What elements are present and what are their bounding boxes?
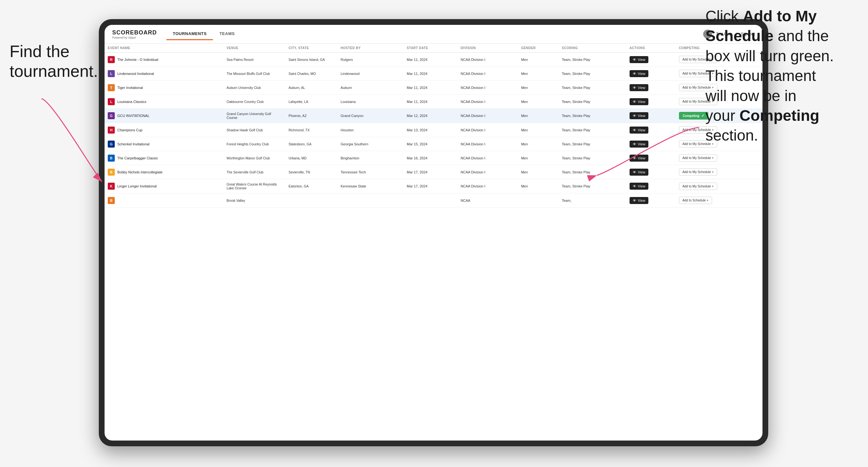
eye-icon: 👁 [633, 114, 636, 118]
hosted-cell: Lindenwood [337, 67, 404, 81]
city-cell: Lafayette, LA [285, 95, 337, 109]
add-to-schedule-button[interactable]: Add to My Schedule + [679, 168, 717, 176]
add-schedule-label: Add to Schedule + [682, 198, 709, 202]
event-name-text: Bobby Nichols Intercollegiate [117, 170, 162, 174]
tournaments-table-container: EVENT NAME VENUE CITY, STATE HOSTED BY S… [104, 44, 763, 440]
view-button[interactable]: 👁 View [629, 70, 649, 77]
team-logo: B [108, 155, 115, 162]
hosted-cell [337, 193, 404, 208]
city-cell: Eatonton, GA [285, 179, 337, 193]
action-cell: 👁 View [626, 109, 676, 123]
venue-cell: Worthington Manor Golf Club [223, 151, 285, 165]
col-gender: GENDER [518, 44, 559, 53]
team-logo: L [108, 70, 115, 77]
action-cell: 👁 View [626, 95, 676, 109]
view-button[interactable]: 👁 View [629, 168, 649, 176]
team-logo: G [108, 141, 115, 148]
action-cell: 👁 View [626, 193, 676, 208]
col-event-name: EVENT NAME [104, 44, 223, 53]
scoring-cell: Team, Stroke Play [559, 109, 626, 123]
table-row: G GCU INVITATIONAL Grand Canyon Universi… [104, 109, 763, 123]
event-name-cell: B [108, 197, 220, 204]
date-cell [404, 193, 458, 208]
action-cell: 👁 View [626, 165, 676, 179]
add-to-schedule-button[interactable]: Add to My Schedule + [679, 154, 717, 162]
add-schedule-label: Add to My Schedule + [682, 185, 714, 188]
tab-teams[interactable]: TEAMS [213, 28, 241, 40]
view-button[interactable]: 👁 View [629, 98, 649, 105]
scoring-cell: Team, [559, 193, 626, 208]
eye-icon: 👁 [633, 86, 636, 90]
event-name-cell: B Bobby Nichols Intercollegiate [108, 168, 220, 176]
venue-cell: Sea Palms Resort [223, 53, 285, 67]
event-name-text: The Carpetbagger Classic [117, 156, 158, 160]
scoring-cell: Team, Stroke Play [559, 179, 626, 193]
venue-cell: Great Waters Course At Reynolds Lake Oco… [223, 179, 285, 193]
competing-button[interactable]: Competing ✓ [679, 112, 708, 120]
eye-icon: 👁 [633, 198, 636, 203]
venue-cell: Auburn University Club [223, 81, 285, 95]
table-row: L Lindenwood Invitational The Missouri B… [104, 67, 763, 81]
competing-cell: Add to My Schedule + [676, 179, 763, 193]
division-cell: NCAA Division I [458, 123, 518, 137]
scoring-cell: Team, Stroke Play [559, 123, 626, 137]
date-cell: Mar 13, 2024 [404, 123, 458, 137]
event-name-text: Louisiana Classics [117, 100, 146, 103]
city-cell: Urbana, MD [285, 151, 337, 165]
city-cell: Richmond, TX [285, 123, 337, 137]
right-annotation: Click Add to MySchedule and thebox will … [706, 6, 859, 146]
view-button[interactable]: 👁 View [629, 84, 649, 91]
hosted-cell: Rutgers [337, 53, 404, 67]
scoring-cell: Team, Stroke Play [559, 81, 626, 95]
scoring-cell: Team, Stroke Play [559, 165, 626, 179]
event-name-cell: B The Carpetbagger Classic [108, 155, 220, 162]
check-icon: ✓ [701, 114, 705, 118]
view-button[interactable]: 👁 View [629, 155, 649, 162]
venue-cell: Oakbourne Country Club [223, 95, 285, 109]
table-row: R The Johnnie - O Individual Sea Palms R… [104, 53, 763, 67]
team-logo: B [108, 197, 115, 204]
view-button[interactable]: 👁 View [629, 183, 649, 190]
tab-tournaments[interactable]: TOURNAMENTS [166, 28, 213, 40]
gender-cell: Men [518, 53, 559, 67]
event-name-cell: R The Johnnie - O Individual [108, 56, 220, 63]
add-to-schedule-button[interactable]: Add to My Schedule + [679, 183, 717, 190]
city-cell: Statesboro, GA [285, 137, 337, 151]
add-schedule-label: Add to My Schedule + [682, 170, 714, 174]
action-cell: 👁 View [626, 53, 676, 67]
app-logo-sub: Powered by clippd [112, 36, 157, 39]
division-cell: NCAA Division I [458, 67, 518, 81]
date-cell: Mar 12, 2024 [404, 109, 458, 123]
eye-icon: 👁 [633, 58, 636, 62]
col-actions: ACTIONS [626, 44, 676, 53]
table-row: L Louisiana Classics Oakbourne Country C… [104, 95, 763, 109]
division-cell: NCAA Division I [458, 53, 518, 67]
gender-cell: Men [518, 179, 559, 193]
table-body: R The Johnnie - O Individual Sea Palms R… [104, 53, 763, 208]
venue-cell: Forest Heights Country Club [223, 137, 285, 151]
eye-icon: 👁 [633, 170, 636, 174]
event-name-text: Schenkel Invitational [117, 142, 150, 146]
table-row: B Bobby Nichols Intercollegiate The Sevi… [104, 165, 763, 179]
table-row: B The Carpetbagger Classic Worthington M… [104, 151, 763, 165]
hosted-cell: Binghamton [337, 151, 404, 165]
view-button[interactable]: 👁 View [629, 127, 649, 133]
eye-icon: 👁 [633, 72, 636, 75]
date-cell: Mar 11, 2024 [404, 67, 458, 81]
gender-cell: Men [518, 109, 559, 123]
event-name-cell: H Champions Cup [108, 127, 220, 133]
view-button[interactable]: 👁 View [629, 197, 649, 204]
scoring-cell: Team, Stroke Play [559, 151, 626, 165]
view-button[interactable]: 👁 View [629, 141, 649, 148]
action-cell: 👁 View [626, 67, 676, 81]
event-name-text: Linger Longer Invitational [117, 184, 157, 188]
hosted-cell: Grand Canyon [337, 109, 404, 123]
scoring-cell: Team, Stroke Play [559, 137, 626, 151]
date-cell: Mar 17, 2024 [404, 179, 458, 193]
action-cell: 👁 View [626, 179, 676, 193]
tablet-screen: SCOREBOARD Powered by clippd TOURNAMENTS… [104, 25, 763, 440]
add-to-schedule-button[interactable]: Add to Schedule + [679, 197, 712, 204]
view-button[interactable]: 👁 View [629, 56, 649, 63]
gender-cell: Men [518, 137, 559, 151]
view-button[interactable]: 👁 View [629, 112, 649, 119]
